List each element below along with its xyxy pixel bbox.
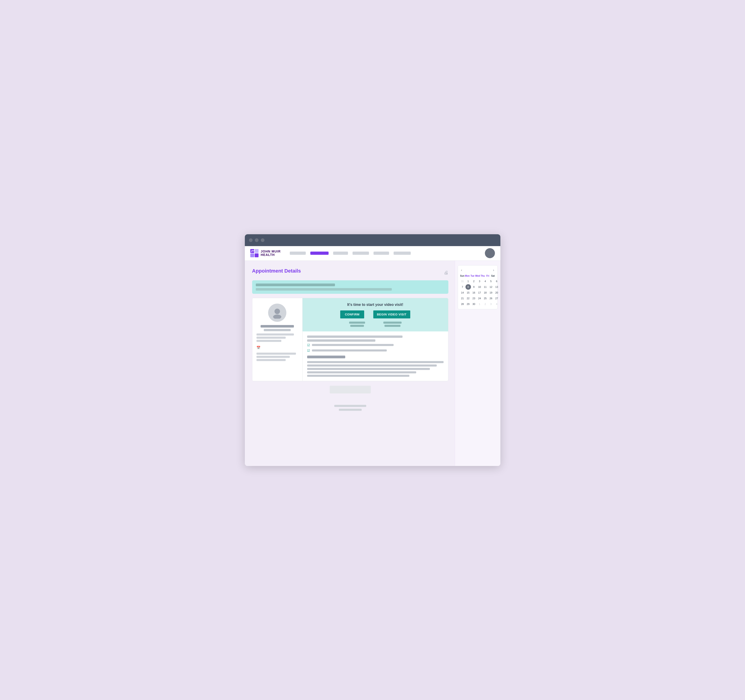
- calendar-day-8[interactable]: 8: [465, 284, 471, 290]
- calendar-day-16[interactable]: 16: [471, 290, 477, 296]
- svg-point-4: [274, 309, 280, 314]
- calendar-day-11[interactable]: 11: [483, 284, 488, 290]
- calendar-day-3[interactable]: 3: [477, 279, 482, 284]
- browser-dot-green: [261, 238, 265, 242]
- check-icon-2: ☑: [307, 349, 310, 352]
- svg-point-5: [273, 315, 281, 319]
- calendar-day-6[interactable]: 6: [494, 279, 500, 284]
- calendar-day-4[interactable]: 4: [494, 301, 500, 307]
- browser-titlebar: [245, 234, 500, 246]
- day-wed: Wed: [475, 274, 480, 278]
- doctor-name-bar: [260, 325, 294, 328]
- calendar-day-23[interactable]: 23: [471, 296, 477, 301]
- calendar-header: ‹ ›: [460, 268, 495, 272]
- doctor-bottom-lines: [256, 353, 298, 362]
- calendar-day-20[interactable]: 20: [494, 290, 500, 296]
- video-sub-lines: [308, 322, 443, 327]
- doctor-sub-bar: [264, 329, 291, 331]
- calendar-day-27[interactable]: 27: [494, 296, 500, 301]
- calendar-next-button[interactable]: ›: [492, 268, 495, 272]
- calendar-day-10[interactable]: 10: [477, 284, 482, 290]
- calendar-icon-row: 📅: [256, 346, 298, 349]
- calendar-day-5[interactable]: 5: [488, 279, 494, 284]
- begin-video-button[interactable]: BEGIN VIDEO VISIT: [373, 310, 410, 318]
- page-body: Appointment Details 🖨: [245, 261, 500, 466]
- appointment-card: 📅 It's time to start your video visit!: [252, 298, 448, 381]
- nav-item-1[interactable]: [290, 252, 306, 255]
- info-banner-line2: [256, 288, 392, 291]
- calendar-day-30[interactable]: 30: [471, 301, 477, 307]
- calendar-day-1[interactable]: 1: [465, 279, 471, 284]
- doctor-avatar: [268, 304, 286, 322]
- calendar-day-3[interactable]: 3: [488, 301, 494, 307]
- day-fri: Fri: [485, 274, 490, 278]
- svg-rect-2: [250, 254, 254, 257]
- section-header-line: [307, 355, 345, 358]
- calendar-day-2[interactable]: 2: [471, 279, 477, 284]
- svg-rect-1: [255, 249, 259, 253]
- svg-rect-3: [255, 254, 259, 257]
- calendar-grid: 3112345678910111213141516171819202122232…: [460, 279, 495, 307]
- logo-area: JOHN MUIR HEALTH: [250, 249, 281, 257]
- detail-lower: ☑ ☑: [302, 331, 448, 381]
- nav-item-4[interactable]: [353, 252, 369, 255]
- doctor-info-lines: [256, 333, 298, 343]
- bottom-btn-placeholder[interactable]: [330, 386, 371, 394]
- calendar-day-12[interactable]: 12: [488, 284, 494, 290]
- browser-window: JOHN MUIR HEALTH Appointment Details 🖨: [245, 234, 500, 466]
- calendar-widget: ‹ › Sun Mon Tue Wed Thu Fri Sat 31123456…: [458, 265, 498, 309]
- checklist-item-2: ☑: [307, 349, 444, 352]
- confirm-button[interactable]: CONFIRM: [340, 310, 364, 318]
- browser-dot-red: [249, 238, 253, 242]
- main-content: Appointment Details 🖨: [245, 261, 455, 466]
- detail-panel: It's time to start your video visit! CON…: [302, 298, 448, 381]
- doctor-panel: 📅: [252, 298, 302, 381]
- calendar-day-22[interactable]: 22: [465, 296, 471, 301]
- nav-item-3[interactable]: [333, 252, 348, 255]
- calendar-day-24[interactable]: 24: [477, 296, 482, 301]
- day-tue: Tue: [470, 274, 475, 278]
- calendar-day-21[interactable]: 21: [460, 296, 465, 301]
- nav-item-5[interactable]: [374, 252, 389, 255]
- calendar-day-17[interactable]: 17: [477, 290, 482, 296]
- calendar-day-14[interactable]: 14: [460, 290, 465, 296]
- page-title: Appointment Details: [252, 268, 301, 274]
- print-icon[interactable]: 🖨: [444, 270, 448, 275]
- day-sat: Sat: [490, 274, 495, 278]
- calendar-day-25[interactable]: 25: [483, 296, 488, 301]
- right-sidebar: ‹ › Sun Mon Tue Wed Thu Fri Sat 31123456…: [455, 261, 500, 466]
- video-visit-banner: It's time to start your video visit! CON…: [302, 298, 448, 331]
- calendar-day-19[interactable]: 19: [488, 290, 494, 296]
- calendar-day-29[interactable]: 29: [465, 301, 471, 307]
- calendar-day-9[interactable]: 9: [471, 284, 477, 290]
- calendar-day-31[interactable]: 31: [460, 279, 465, 284]
- calendar-day-15[interactable]: 15: [465, 290, 471, 296]
- logo-line2: HEALTH: [261, 253, 281, 257]
- calendar-day-28[interactable]: 28: [460, 301, 465, 307]
- nav-item-6[interactable]: [393, 252, 411, 255]
- nav-avatar[interactable]: [485, 248, 495, 258]
- browser-dot-yellow: [255, 238, 259, 242]
- logo-text: JOHN MUIR HEALTH: [261, 250, 281, 257]
- logo-line1: JOHN MUIR: [261, 250, 281, 253]
- calendar-day-26[interactable]: 26: [488, 296, 494, 301]
- calendar-day-2[interactable]: 2: [483, 301, 488, 307]
- browser-navbar: JOHN MUIR HEALTH: [245, 246, 500, 261]
- detail-paragraph-lines: [307, 361, 444, 377]
- calendar-day-7[interactable]: 7: [460, 284, 465, 290]
- info-banner-line1: [256, 284, 335, 286]
- bottom-action-bar: [252, 381, 448, 396]
- checklist-item-1: ☑: [307, 343, 444, 347]
- calendar-prev-button[interactable]: ‹: [460, 268, 463, 272]
- calendar-day-18[interactable]: 18: [483, 290, 488, 296]
- nav-item-2[interactable]: [310, 252, 329, 255]
- calendar-day-1[interactable]: 1: [477, 301, 482, 307]
- check-icon-1: ☑: [307, 343, 310, 347]
- info-banner: [252, 280, 448, 294]
- logo-icon: [250, 249, 259, 257]
- day-mon: Mon: [465, 274, 470, 278]
- calendar-day-13[interactable]: 13: [494, 284, 500, 290]
- calendar-day-4[interactable]: 4: [483, 279, 488, 284]
- day-sun: Sun: [460, 274, 465, 278]
- calendar-small-icon: 📅: [256, 346, 260, 349]
